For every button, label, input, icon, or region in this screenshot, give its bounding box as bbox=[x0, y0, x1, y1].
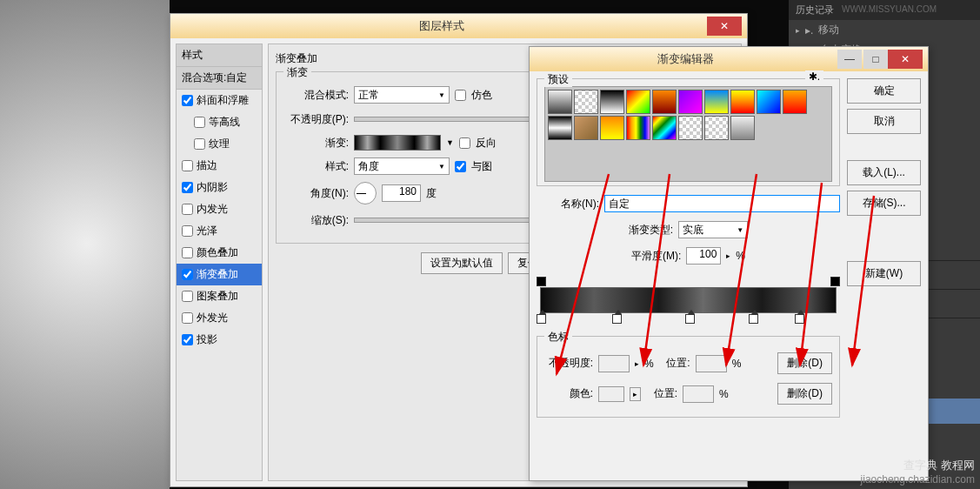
colorstop-label: 色标 bbox=[544, 330, 572, 345]
titlebar[interactable]: 渐变编辑器 — □ ✕ bbox=[530, 47, 928, 71]
minimize-button[interactable]: — bbox=[837, 50, 862, 69]
gradient-editor-dialog: 渐变编辑器 — □ ✕ 预设 ✱. bbox=[529, 46, 929, 481]
stop-opacity-input[interactable] bbox=[598, 355, 630, 372]
styles-list: 样式 混合选项:自定 斜面和浮雕 等高线 纹理 描边 内阴影 内发光 光泽 颜色… bbox=[176, 44, 263, 481]
save-button[interactable]: 存储(S)... bbox=[847, 191, 921, 216]
dither-checkbox[interactable] bbox=[455, 90, 466, 101]
set-default-button[interactable]: 设置为默认值 bbox=[421, 252, 503, 274]
type-select[interactable]: 实底 bbox=[678, 221, 748, 238]
angle-control[interactable] bbox=[354, 182, 377, 204]
blend-mode-select[interactable]: 正常 bbox=[354, 86, 450, 104]
style-item-contour[interactable]: 等高线 bbox=[177, 111, 262, 133]
style-item-coloroverlay[interactable]: 颜色叠加 bbox=[177, 242, 262, 264]
style-item-outerglow[interactable]: 外发光 bbox=[177, 307, 262, 329]
type-label: 渐变类型: bbox=[629, 223, 673, 238]
style-select[interactable]: 角度 bbox=[354, 157, 450, 175]
maximize-button[interactable]: □ bbox=[863, 50, 888, 69]
gradient-label: 渐变: bbox=[283, 136, 349, 151]
color-swatch[interactable] bbox=[598, 386, 624, 402]
close-button[interactable]: ✕ bbox=[888, 50, 923, 69]
color-stop[interactable] bbox=[685, 314, 695, 324]
preset-label: 预设 bbox=[544, 72, 572, 87]
canvas-preview bbox=[0, 0, 170, 489]
preset-grid[interactable] bbox=[544, 86, 832, 182]
style-label: 样式: bbox=[283, 159, 349, 174]
delete-color-button[interactable]: 删除(D) bbox=[777, 383, 832, 405]
opacity-label: 不透明度(P): bbox=[283, 112, 349, 127]
smooth-input[interactable]: 100 bbox=[686, 247, 721, 265]
style-item-satin[interactable]: 光泽 bbox=[177, 220, 262, 242]
style-item-stroke[interactable]: 描边 bbox=[177, 155, 262, 177]
angle-input[interactable]: 180 bbox=[382, 184, 421, 202]
styles-header: 样式 bbox=[177, 44, 262, 67]
gradient-picker[interactable] bbox=[354, 135, 441, 151]
name-input[interactable] bbox=[604, 195, 840, 212]
color-stop[interactable] bbox=[749, 314, 758, 324]
dialog-title: 图层样式 bbox=[176, 18, 707, 34]
style-item-innershadow[interactable]: 内阴影 bbox=[177, 177, 262, 198]
align-checkbox[interactable] bbox=[455, 161, 466, 172]
watermark-url: WWW.MISSYUAN.COM bbox=[842, 4, 937, 14]
style-item-gradientoverlay[interactable]: 渐变叠加 bbox=[177, 264, 262, 285]
load-button[interactable]: 载入(L)... bbox=[847, 160, 921, 185]
color-stop[interactable] bbox=[612, 314, 622, 324]
stop-position-input[interactable] bbox=[696, 355, 727, 372]
new-button[interactable]: 新建(W) bbox=[847, 261, 921, 286]
name-label: 名称(N): bbox=[537, 197, 599, 211]
scale-label: 缩放(S): bbox=[283, 213, 349, 228]
blend-mode-label: 混合模式: bbox=[283, 88, 349, 103]
reverse-checkbox[interactable] bbox=[459, 137, 470, 149]
style-item-texture[interactable]: 纹理 bbox=[177, 133, 262, 155]
gradient-edit-bar[interactable] bbox=[537, 275, 840, 325]
style-item-bevel[interactable]: 斜面和浮雕 bbox=[177, 90, 262, 111]
color-position-input[interactable] bbox=[683, 385, 714, 403]
ok-button[interactable]: 确定 bbox=[847, 78, 921, 104]
style-item-dropshadow[interactable]: 投影 bbox=[177, 329, 262, 351]
history-item[interactable]: ▸▸.移动 bbox=[789, 20, 980, 40]
style-item-patternoverlay[interactable]: 图案叠加 bbox=[177, 285, 262, 307]
titlebar[interactable]: 图层样式 ✕ bbox=[170, 14, 747, 38]
watermark: 查字典 教程网 jiaocheng.chazidian.com bbox=[861, 458, 975, 486]
group-label: 渐变 bbox=[283, 65, 311, 80]
smooth-label: 平滑度(M): bbox=[631, 249, 681, 264]
close-button[interactable]: ✕ bbox=[707, 17, 742, 36]
style-item-innerglow[interactable]: 内发光 bbox=[177, 198, 262, 220]
dialog-title: 渐变编辑器 bbox=[535, 51, 836, 67]
blend-options-item[interactable]: 混合选项:自定 bbox=[177, 67, 262, 90]
color-stop[interactable] bbox=[795, 314, 804, 324]
angle-label: 角度(N): bbox=[283, 186, 349, 201]
gear-icon[interactable]: ✱. bbox=[805, 70, 823, 83]
cancel-button[interactable]: 取消 bbox=[847, 109, 921, 134]
delete-opacity-button[interactable]: 删除(D) bbox=[777, 352, 832, 374]
color-stop[interactable] bbox=[537, 314, 546, 324]
